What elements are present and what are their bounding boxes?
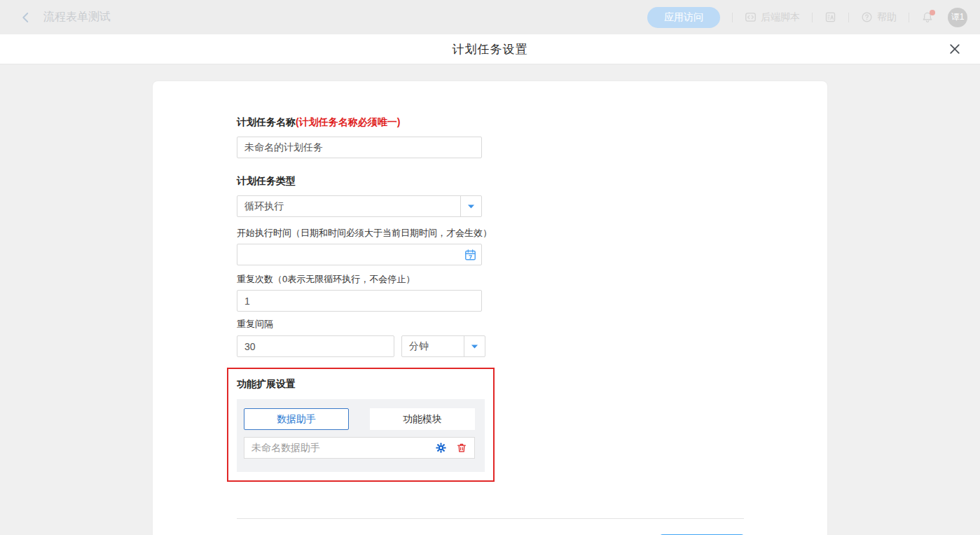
app-access-button[interactable]: 应用访问 xyxy=(647,7,720,28)
code-icon xyxy=(745,11,757,23)
task-type-label: 计划任务类型 xyxy=(237,175,827,188)
document-a-icon xyxy=(824,11,836,23)
repeat-count-input[interactable] xyxy=(237,290,482,312)
task-type-arrow[interactable] xyxy=(460,196,481,216)
start-time-label: 开始执行时间（日期和时间必须大于当前日期时间，才会生效） xyxy=(237,227,827,239)
modal-title: 计划任务设置 xyxy=(453,41,528,57)
avatar[interactable]: 谭1 xyxy=(948,8,967,27)
page-title: 流程表单测试 xyxy=(43,10,111,25)
data-assistant-row: 未命名数据助手 xyxy=(244,437,475,459)
topbar: 流程表单测试 应用访问 后端脚本 帮助 谭1 xyxy=(0,0,980,34)
start-time-field: 开始执行时间（日期和时间必须大于当前日期时间，才会生效） xyxy=(237,227,827,265)
calendar-icon xyxy=(464,248,477,261)
modal-body: 计划任务名称(计划任务名称必须唯一) 计划任务类型 循环执行 开始执行时间（日期… xyxy=(0,64,980,535)
task-name-field: 计划任务名称(计划任务名称必须唯一) xyxy=(237,116,827,158)
task-type-value: 循环执行 xyxy=(237,200,460,213)
data-assistant-name: 未命名数据助手 xyxy=(251,442,426,454)
tab-data-assistant[interactable]: 数据助手 xyxy=(244,408,349,430)
extension-tabs: 数据助手 功能模块 xyxy=(244,408,478,430)
modal-header: 计划任务设置 xyxy=(0,34,980,64)
close-button[interactable] xyxy=(948,42,962,56)
screen: 流程表单测试 应用访问 后端脚本 帮助 谭1 xyxy=(0,0,980,535)
caret-down-icon xyxy=(471,344,478,349)
task-name-input[interactable] xyxy=(237,137,482,158)
back-button[interactable] xyxy=(20,11,32,24)
start-time-input[interactable] xyxy=(237,244,482,265)
question-icon xyxy=(861,11,873,23)
chevron-left-icon xyxy=(20,11,32,24)
trash-icon xyxy=(456,442,467,454)
caret-down-icon xyxy=(467,204,475,209)
delete-assistant-button[interactable] xyxy=(456,442,467,454)
notification-dot xyxy=(930,10,935,15)
divider xyxy=(909,13,909,22)
start-time-input-wrap xyxy=(237,244,482,265)
task-name-required-note: (计划任务名称必须唯一) xyxy=(296,116,400,127)
extension-panel: 数据助手 功能模块 未命名数据助手 xyxy=(237,399,485,472)
interval-input[interactable] xyxy=(237,335,394,357)
divider xyxy=(812,13,813,22)
interval-unit-arrow[interactable] xyxy=(464,336,485,356)
interval-field: 重复间隔 分钟 xyxy=(237,318,827,357)
divider xyxy=(732,13,733,22)
gear-icon xyxy=(435,442,447,454)
task-name-label: 计划任务名称(计划任务名称必须唯一) xyxy=(237,116,827,129)
tab-function-module[interactable]: 功能模块 xyxy=(370,408,475,430)
notification-bell[interactable] xyxy=(921,11,934,24)
task-type-field: 计划任务类型 循环执行 xyxy=(237,175,827,217)
extension-settings-label: 功能扩展设置 xyxy=(228,378,493,391)
divider xyxy=(848,13,849,22)
repeat-count-field: 重复次数（0表示无限循环执行，不会停止） xyxy=(237,273,827,312)
close-icon xyxy=(948,42,962,56)
extension-settings-highlight: 功能扩展设置 数据助手 功能模块 未命名数据助手 xyxy=(227,368,495,482)
configure-assistant-button[interactable] xyxy=(435,442,447,454)
interval-label: 重复间隔 xyxy=(237,318,827,331)
task-type-select[interactable]: 循环执行 xyxy=(237,195,482,217)
topbar-right: 应用访问 后端脚本 帮助 谭1 xyxy=(647,7,967,28)
footer-divider xyxy=(237,518,744,519)
calendar-picker[interactable] xyxy=(464,248,477,261)
settings-card: 计划任务名称(计划任务名称必须唯一) 计划任务类型 循环执行 开始执行时间（日期… xyxy=(152,81,828,535)
backend-script-label: 后端脚本 xyxy=(761,11,800,24)
repeat-count-label: 重复次数（0表示无限循环执行，不会停止） xyxy=(237,273,827,286)
interval-unit-select[interactable]: 分钟 xyxy=(401,335,485,357)
interval-unit-value: 分钟 xyxy=(402,340,464,353)
help-label: 帮助 xyxy=(877,11,897,24)
topbar-left: 流程表单测试 xyxy=(20,10,111,25)
roster-button[interactable] xyxy=(824,11,836,23)
interval-row: 分钟 xyxy=(237,335,827,357)
backend-script-button[interactable]: 后端脚本 xyxy=(745,11,800,24)
help-button[interactable]: 帮助 xyxy=(861,11,897,24)
